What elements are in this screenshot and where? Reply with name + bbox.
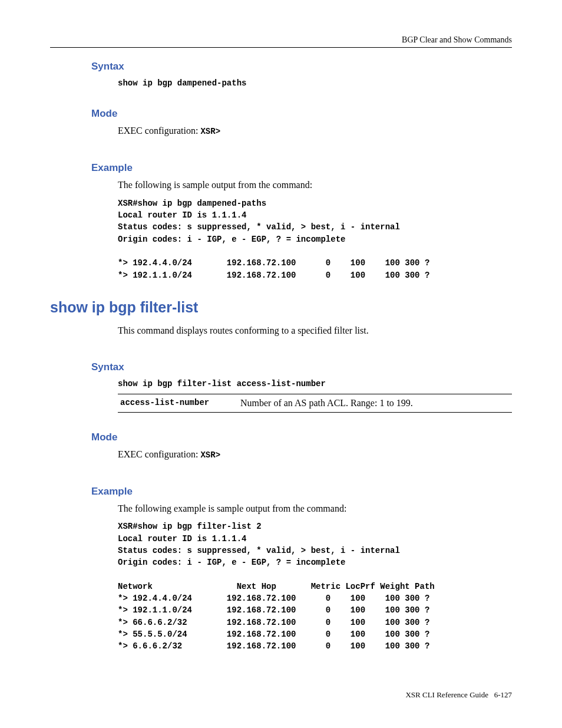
section-heading-mode-1: Mode — [91, 108, 512, 120]
section-heading-syntax-1: Syntax — [91, 61, 512, 73]
example-output-2: XSR#show ip bgp filter-list 2 Local rout… — [118, 521, 512, 652]
footer-book-title: XSR CLI Reference Guide — [405, 690, 488, 699]
section-heading-example-2: Example — [91, 486, 512, 498]
command-description: This command displays routes conforming … — [118, 324, 512, 337]
mode-text-2: EXEC configuration: XSR> — [118, 448, 512, 461]
example-intro-2: The following example is sample output f… — [118, 502, 512, 515]
command-title-filter-list: show ip bgp filter-list — [50, 299, 512, 316]
syntax-command-1: show ip bgp dampened-paths — [118, 77, 512, 89]
example-intro-1: The following is sample output from the … — [118, 179, 512, 192]
header-right-text: BGP Clear and Show Commands — [402, 35, 512, 44]
section-heading-mode-2: Mode — [91, 431, 512, 443]
table-row: access-list-number Number of an AS path … — [118, 394, 512, 412]
footer-page-number: 6-127 — [494, 690, 512, 699]
mode-prompt-1: XSR> — [200, 127, 220, 136]
page-header: BGP Clear and Show Commands — [50, 35, 512, 48]
example-output-1: XSR#show ip bgp dampened-paths Local rou… — [118, 197, 512, 281]
mode-prompt-2: XSR> — [200, 450, 220, 460]
mode-prefix-1: EXEC configuration: — [118, 126, 200, 136]
mode-prefix-2: EXEC configuration: — [118, 449, 200, 459]
page: BGP Clear and Show Commands Syntax show … — [0, 0, 562, 728]
section-heading-example-1: Example — [91, 162, 512, 174]
param-name-cell: access-list-number — [118, 394, 238, 412]
section-heading-syntax-2: Syntax — [91, 361, 512, 373]
syntax-command-2: show ip bgp filter-list access-list-numb… — [118, 378, 512, 390]
parameter-table: access-list-number Number of an AS path … — [118, 394, 512, 413]
mode-text-1: EXEC configuration: XSR> — [118, 124, 512, 137]
page-footer: XSR CLI Reference Guide 6-127 — [405, 690, 512, 700]
param-desc-cell: Number of an AS path ACL. Range: 1 to 19… — [238, 394, 512, 412]
